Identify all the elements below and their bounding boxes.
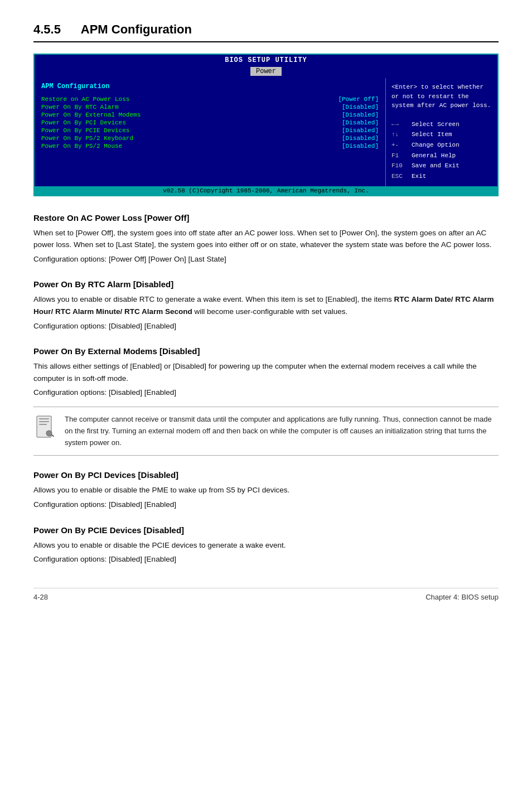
- bios-item-value: [Disabled]: [342, 127, 379, 134]
- doc-section-2: Power On By External Modems [Disabled]Th…: [33, 346, 499, 456]
- doc-sections: Restore On AC Power Loss [Power Off]When…: [33, 213, 499, 566]
- bios-item-label: Power On By PCI Devices: [41, 119, 126, 126]
- bios-key-row: ←→Select Screen: [391, 119, 492, 130]
- svg-point-4: [46, 431, 52, 436]
- bios-item-label: Power On By PS/2 Keyboard: [41, 135, 133, 142]
- bios-key-row: F10Save and Exit: [391, 161, 492, 171]
- doc-heading: Power On By RTC Alarm [Disabled]: [33, 279, 499, 289]
- bios-item-value: [Disabled]: [342, 104, 379, 110]
- doc-heading: Restore On AC Power Loss [Power Off]: [33, 213, 499, 223]
- doc-section-1: Power On By RTC Alarm [Disabled]Allows y…: [33, 279, 499, 332]
- bios-nav: Power: [35, 66, 497, 78]
- bios-item-row: Restore on AC Power Loss[Power Off]: [41, 96, 379, 103]
- note-text: The computer cannot receive or transmit …: [65, 414, 499, 448]
- section-heading: APM Configuration: [81, 22, 192, 36]
- bios-content-area: APM Configuration Restore on AC Power Lo…: [35, 78, 497, 186]
- bios-items-list: Restore on AC Power Loss[Power Off]Power…: [41, 96, 379, 149]
- doc-paragraph: Configuration options: [Disabled] [Enabl…: [33, 499, 499, 511]
- doc-section-0: Restore On AC Power Loss [Power Off]When…: [33, 213, 499, 265]
- bios-key-row: ESCExit: [391, 171, 492, 182]
- bios-key-symbol: ↑↓: [391, 129, 408, 140]
- section-title: 4.5.5 APM Configuration: [33, 22, 499, 42]
- footer-page-number: 4-28: [33, 593, 48, 601]
- bios-item-label: Power On By External Modems: [41, 112, 141, 118]
- doc-body: When set to [Power Off], the system goes…: [33, 227, 499, 265]
- doc-heading: Power On By PCIE Devices [Disabled]: [33, 525, 499, 535]
- bios-key-symbol: F10: [391, 161, 408, 171]
- page-footer: 4-28 Chapter 4: BIOS setup: [33, 588, 499, 601]
- note-icon: [33, 414, 57, 442]
- doc-body: This allows either settings of [Enabled]…: [33, 360, 499, 456]
- bios-key-symbol: F1: [391, 151, 408, 161]
- svg-rect-2: [39, 421, 49, 422]
- bios-key-row: F1General Help: [391, 151, 492, 161]
- bios-key-desc: Select Screen: [412, 119, 460, 130]
- doc-heading: Power On By External Modems [Disabled]: [33, 346, 499, 356]
- doc-body: Allows you to enable or disable the PME …: [33, 484, 499, 510]
- bios-item-value: [Disabled]: [342, 135, 379, 142]
- bios-item-label: Power On By RTC Alarm: [41, 104, 119, 110]
- bios-item-row: Power On By PCI Devices[Disabled]: [41, 119, 379, 126]
- bios-item-row: Power On By PCIE Devices[Disabled]: [41, 127, 379, 134]
- bios-item-value: [Disabled]: [342, 119, 379, 126]
- svg-rect-3: [39, 424, 47, 425]
- bios-keys: ←→Select Screen↑↓Select Item+-Change Opt…: [391, 119, 492, 182]
- doc-paragraph: Configuration options: [Disabled] [Enabl…: [33, 320, 499, 332]
- bios-key-desc: Change Option: [412, 140, 460, 151]
- bios-item-row: Power On By External Modems[Disabled]: [41, 112, 379, 118]
- bios-key-desc: Save and Exit: [412, 161, 460, 171]
- svg-rect-1: [39, 418, 49, 419]
- bios-right-panel: <Enter> to select whether or not to rest…: [386, 78, 497, 186]
- doc-paragraph: Allows you to enable or disable the PCIE…: [33, 539, 499, 552]
- bios-help-text: <Enter> to select whether or not to rest…: [391, 83, 492, 110]
- bios-key-desc: Exit: [412, 171, 426, 182]
- doc-section-3: Power On By PCI Devices [Disabled]Allows…: [33, 470, 499, 510]
- doc-paragraph: This allows either settings of [Enabled]…: [33, 360, 499, 384]
- bios-left-panel: APM Configuration Restore on AC Power Lo…: [35, 78, 386, 186]
- doc-section-4: Power On By PCIE Devices [Disabled]Allow…: [33, 525, 499, 566]
- bios-item-row: Power On By RTC Alarm[Disabled]: [41, 104, 379, 110]
- bios-item-label: Restore on AC Power Loss: [41, 96, 129, 103]
- doc-paragraph: Allows you to enable or disable RTC to g…: [33, 293, 499, 317]
- bios-screenshot: BIOS SETUP UTILITY Power APM Configurati…: [33, 54, 499, 196]
- doc-body: Allows you to enable or disable RTC to g…: [33, 293, 499, 332]
- bios-key-symbol: ESC: [391, 171, 408, 182]
- doc-paragraph: Configuration options: [Power Off] [Powe…: [33, 253, 499, 265]
- bios-key-row: ↑↓Select Item: [391, 129, 492, 140]
- bios-key-symbol: +-: [391, 140, 408, 151]
- bios-nav-power: Power: [250, 67, 282, 76]
- bios-footer: v02.58 (C)Copyright 1985-2006, American …: [35, 186, 497, 195]
- bios-item-label: Power On By PS/2 Mouse: [41, 143, 122, 149]
- footer-chapter: Chapter 4: BIOS setup: [425, 593, 499, 601]
- doc-heading: Power On By PCI Devices [Disabled]: [33, 470, 499, 480]
- doc-body: Allows you to enable or disable the PCIE…: [33, 539, 499, 566]
- bios-item-label: Power On By PCIE Devices: [41, 127, 129, 134]
- bios-item-row: Power On By PS/2 Keyboard[Disabled]: [41, 135, 379, 142]
- bios-key-symbol: ←→: [391, 119, 408, 130]
- doc-paragraph: Configuration options: [Disabled] [Enabl…: [33, 386, 499, 399]
- bios-item-value: [Disabled]: [342, 143, 379, 149]
- section-number: 4.5.5: [33, 22, 61, 36]
- bios-key-desc: General Help: [412, 151, 456, 161]
- bios-section-header: APM Configuration: [41, 83, 379, 90]
- bold-text: RTC Alarm Date/ RTC Alarm Hour/ RTC Alar…: [33, 295, 494, 316]
- doc-paragraph: When set to [Power Off], the system goes…: [33, 227, 499, 251]
- doc-paragraph: Configuration options: [Disabled] [Enabl…: [33, 553, 499, 566]
- bios-item-value: [Disabled]: [342, 112, 379, 118]
- bios-item-row: Power On By PS/2 Mouse[Disabled]: [41, 143, 379, 149]
- doc-paragraph: Allows you to enable or disable the PME …: [33, 484, 499, 496]
- note-box: The computer cannot receive or transmit …: [33, 407, 499, 456]
- bios-item-value: [Power Off]: [338, 96, 379, 103]
- bios-key-row: +-Change Option: [391, 140, 492, 151]
- bios-title: BIOS SETUP UTILITY: [35, 55, 497, 66]
- bios-key-desc: Select Item: [412, 129, 452, 140]
